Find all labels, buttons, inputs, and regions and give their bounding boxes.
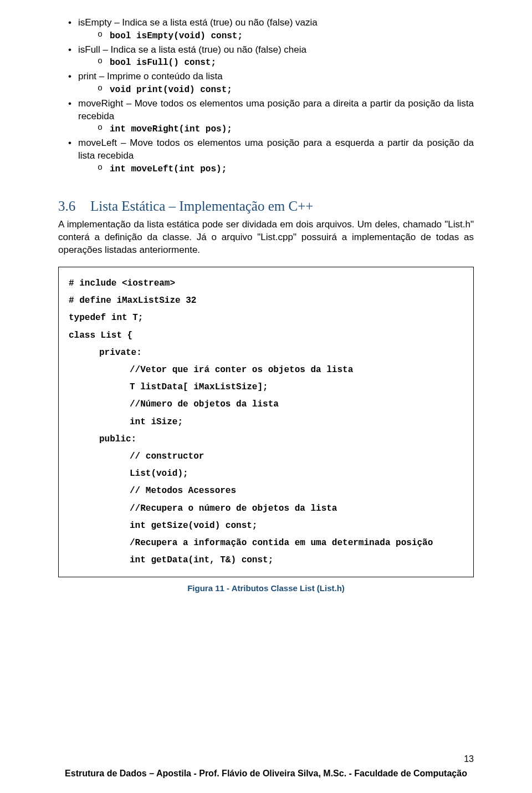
code-line: int getSize(void) const; <box>69 517 463 535</box>
section-number: 3.6 <box>58 197 90 216</box>
code-line: // constructor <box>69 448 463 465</box>
code-line: /Recupera a informação contida em uma de… <box>69 535 463 552</box>
sub-item: bool isEmpty(void) const; <box>98 29 474 43</box>
item-text: isEmpty – Indica se a lista está (true) … <box>78 17 318 28</box>
section-title: Lista Estática – Implementação em C++ <box>90 199 313 214</box>
page-footer: Estrutura de Dados – Apostila - Prof. Fl… <box>58 767 474 780</box>
figure-caption: Figura 11 - Atributos Classe List (List.… <box>58 583 474 594</box>
code-line: # include <iostream> <box>69 275 463 292</box>
code-line: int getData(int, T&) const; <box>69 552 463 569</box>
code-line: //Recupera o número de objetos da lista <box>69 500 463 517</box>
code-signature: int moveLeft(int pos); <box>110 164 227 174</box>
code-line: // Metodos Acessores <box>69 482 463 500</box>
code-signature: int moveRight(int pos); <box>110 124 232 134</box>
code-line: private: <box>69 344 463 362</box>
document-page: isEmpty – Indica se a lista está (true) … <box>0 0 532 793</box>
item-text: print – Imprime o conteúdo da lista <box>78 71 223 82</box>
sub-item: bool isFull() const; <box>98 56 474 69</box>
code-signature: bool isEmpty(void) const; <box>110 31 243 41</box>
code-line: typedef int T; <box>69 309 463 327</box>
list-item: isEmpty – Indica se a lista está (true) … <box>68 17 474 43</box>
code-line: //Vetor que irá conter os objetos da lis… <box>69 362 463 379</box>
code-line: public: <box>69 431 463 448</box>
code-block: # include <iostream> # define iMaxListSi… <box>58 267 474 577</box>
code-line: //Número de objetos da lista <box>69 396 463 413</box>
list-item: print – Imprime o conteúdo da lista void… <box>68 70 474 96</box>
sub-item: void print(void) const; <box>98 83 474 96</box>
sub-item: int moveLeft(int pos); <box>98 162 474 176</box>
section-heading: 3.6Lista Estática – Implementação em C++ <box>58 197 474 216</box>
code-signature: bool isFull() const; <box>110 58 216 68</box>
item-text: isFull – Indica se a lista está (true) o… <box>78 44 306 55</box>
list-item: moveLeft – Move todos os elementos uma p… <box>68 137 474 175</box>
page-number: 13 <box>464 753 474 765</box>
item-text: moveRight – Move todos os elementos uma … <box>78 98 474 121</box>
item-text: moveLeft – Move todos os elementos uma p… <box>78 138 474 161</box>
list-item: isFull – Indica se a lista está (true) o… <box>68 44 474 70</box>
section-paragraph: A implementação da lista estática pode s… <box>58 218 474 257</box>
list-item: moveRight – Move todos os elementos uma … <box>68 98 474 136</box>
code-line: List(void); <box>69 465 463 482</box>
method-list: isEmpty – Indica se a lista está (true) … <box>58 17 474 176</box>
code-line: T listData[ iMaxListSize]; <box>69 379 463 396</box>
code-line: class List { <box>69 327 463 344</box>
code-line: int iSize; <box>69 414 463 431</box>
sub-item: int moveRight(int pos); <box>98 123 474 136</box>
code-line: # define iMaxListSize 32 <box>69 292 463 309</box>
code-signature: void print(void) const; <box>110 85 232 95</box>
